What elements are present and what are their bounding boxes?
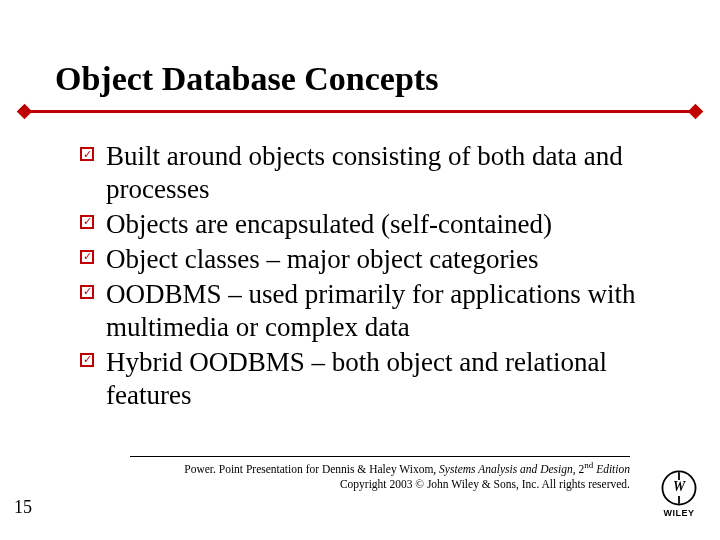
checkbox-icon (80, 215, 94, 229)
checkbox-icon (80, 147, 94, 161)
list-item: Object classes – major object categories (80, 243, 660, 276)
footer-prefix: Power. Point Presentation for Dennis & H… (184, 463, 439, 475)
bullet-text: Hybrid OODBMS – both object and relation… (106, 347, 607, 410)
diamond-icon (688, 104, 704, 120)
slide-number: 15 (14, 497, 32, 518)
checkbox-icon (80, 353, 94, 367)
list-item: OODBMS – used primarily for applications… (80, 278, 660, 344)
list-item: Objects are encapsulated (self-contained… (80, 208, 660, 241)
list-item: Hybrid OODBMS – both object and relation… (80, 346, 660, 412)
checkbox-icon (80, 285, 94, 299)
footer-edition-suffix: nd (584, 460, 593, 470)
svg-text:W: W (673, 479, 686, 494)
bullet-text: Built around objects consisting of both … (106, 141, 623, 204)
footer-line-1: Power. Point Presentation for Dennis & H… (130, 460, 630, 477)
footer-text: Power. Point Presentation for Dennis & H… (130, 460, 630, 492)
publisher-logo: W WILEY (656, 470, 702, 522)
slide-title: Object Database Concepts (55, 60, 438, 98)
bullet-text: Objects are encapsulated (self-contained… (106, 209, 552, 239)
list-item: Built around objects consisting of both … (80, 140, 660, 206)
bullet-list: Built around objects consisting of both … (80, 140, 660, 414)
bullet-text: Object classes – major object categories (106, 244, 539, 274)
slide: Object Database Concepts Built around ob… (0, 0, 720, 540)
checkbox-icon (80, 250, 94, 264)
footer-edition-tail: Edition (593, 463, 630, 475)
red-line (22, 110, 698, 113)
logo-text: WILEY (656, 508, 702, 518)
wiley-icon: W (661, 470, 697, 506)
bullet-text: OODBMS – used primarily for applications… (106, 279, 635, 342)
footer-rule (130, 456, 630, 457)
footer-book-title: Systems Analysis and Design, (439, 463, 578, 475)
footer-line-2: Copyright 2003 © John Wiley & Sons, Inc.… (130, 477, 630, 492)
